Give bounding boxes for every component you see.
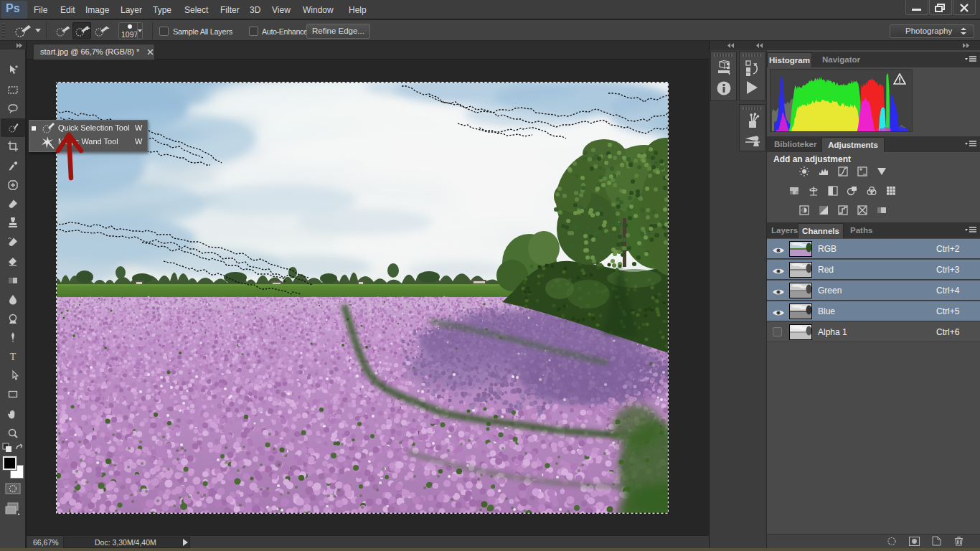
svg-text:T: T xyxy=(10,352,17,362)
